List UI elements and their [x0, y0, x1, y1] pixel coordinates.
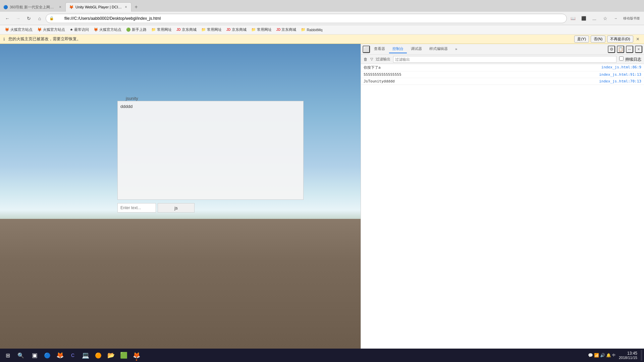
taskbar-start: ⊞ 🔍 — [2, 349, 27, 361]
info-dismiss-button[interactable]: 不再提示(D) — [607, 36, 633, 43]
bookmark-huhu2[interactable]: 🦊 火狐官方站点 — [35, 26, 67, 33]
bookmark-jd1-icon: JD — [176, 28, 181, 32]
forward-button[interactable]: → — [13, 14, 23, 23]
console-row-0: 你按下了a index_js.html:86:9 — [361, 64, 644, 71]
taskview-icon: ▣ — [32, 352, 38, 359]
taskbar-app-360[interactable]: 🔵 — [41, 349, 53, 361]
tab-unity-favicon: 🦊 — [69, 5, 74, 9]
new-tab-button[interactable]: + — [131, 2, 141, 12]
taskbar-app-files[interactable]: 📂 — [105, 349, 117, 361]
devtools-tab-inspector[interactable]: 查看器 — [371, 45, 388, 53]
taskbar-app-green[interactable]: 🟩 — [118, 349, 130, 361]
sound-icon[interactable]: 🔊 — [600, 353, 605, 358]
bookmark-common2-icon: 📁 — [201, 27, 206, 32]
hold-log-checkbox[interactable] — [619, 56, 624, 61]
console-message-2: JsTounityddddd — [364, 79, 599, 83]
notification-icon[interactable]: 🔔 — [606, 353, 611, 358]
address-bar[interactable]: 🔒 — [46, 14, 567, 23]
taskbar-app-orange[interactable]: 🟠 — [92, 349, 104, 361]
console-content: 你按下了a index_js.html:86:9 555555555555555… — [361, 64, 644, 353]
address-bar-right: 📖 ⬛ ... ☆ ↔ 移动版书签 — [568, 14, 641, 23]
devtools-dock-icon[interactable]: ↔ — [626, 46, 633, 53]
tab-360-close[interactable]: × — [58, 5, 62, 9]
taskbar-clock[interactable]: 13:45 2018/11/15 — [617, 351, 639, 360]
nav-bar: ← → ↻ ⌂ 🔒 📖 ⬛ ... ☆ ↔ 移动版书签 — [0, 12, 644, 25]
network-icon[interactable]: 📶 — [594, 353, 599, 358]
devtools-icons: ⚙ 📋 ↔ × — [608, 46, 642, 53]
bookmark-common1[interactable]: 📁 常用网址 — [149, 26, 174, 33]
bookmark-huhu3-label: 火狐官方站点 — [99, 27, 121, 32]
tab-360[interactable]: 🔵 360导航 新一代安全上网导航 × — [0, 2, 65, 12]
devtools-pick-element[interactable]: ⬜ — [363, 46, 370, 53]
devtools-tab-debugger[interactable]: 调试器 — [408, 45, 425, 53]
devtools-clipboard-icon[interactable]: 📋 — [617, 46, 624, 53]
devtools-settings-icon[interactable]: ⚙ — [608, 46, 615, 53]
bookmark-huhu3[interactable]: 🦊 火狐官方站点 — [92, 26, 123, 33]
console-source-2[interactable]: index_js.html:70:13 — [599, 79, 641, 83]
bookmark-jd1[interactable]: JD 京东商城 — [174, 26, 199, 33]
unity-text-input[interactable] — [117, 203, 156, 213]
bookmark-most-visited[interactable]: ★ 最常访问 — [68, 26, 91, 33]
info-bar-buttons: 是(Y) 否(N) 不再提示(D) × — [574, 36, 641, 43]
console-clear-icon[interactable]: 🗑 — [364, 57, 368, 62]
info-close-button[interactable]: × — [635, 36, 641, 43]
input-icon[interactable]: 中 — [612, 353, 615, 358]
console-source-0[interactable]: index_js.html:86:9 — [601, 65, 641, 69]
bookmark-jd2-icon: JD — [226, 28, 231, 32]
bookmark-rabbitmq[interactable]: 📁 RabbitMq — [299, 27, 324, 33]
mobile-bookmarks-button[interactable]: 移动版书签 — [622, 14, 641, 23]
bookmark-common2-label: 常用网址 — [207, 27, 222, 32]
taskbar-app-firefox2[interactable]: 🦊 — [130, 349, 143, 361]
devtools-tab-style-editor[interactable]: 样式编辑器 — [426, 45, 451, 53]
taskbar-app-cmd[interactable]: C — [67, 349, 79, 361]
bookmark-common3[interactable]: 📁 常用网址 — [249, 26, 274, 33]
browser-window: 🔵 360导航 新一代安全上网导航 × 🦊 Unity WebGL Player… — [0, 0, 644, 362]
wechat-icon[interactable]: 💬 — [588, 353, 593, 358]
bookmark-common2[interactable]: 📁 常用网址 — [199, 26, 224, 33]
console-filter-input[interactable] — [393, 56, 616, 63]
cmd-icon: C — [71, 353, 74, 358]
devtools-close-icon[interactable]: × — [635, 46, 642, 53]
start-button[interactable]: ⊞ — [2, 349, 14, 361]
devtools-toolbar: ⬜ 查看器 控制台 调试器 样式编辑器 » ⚙ 📋 ↔ × — [361, 44, 644, 55]
console-message-0: 你按下了a — [364, 65, 601, 70]
home-button[interactable]: ⌂ — [35, 14, 44, 23]
taskbar-date: 2018/11/15 — [619, 356, 637, 360]
reader-mode-button[interactable]: 📖 — [568, 14, 578, 23]
devtools-tab-console[interactable]: 控制台 — [389, 45, 407, 53]
reader-view-button[interactable]: ⬛ — [579, 14, 588, 23]
hold-log-label: 持续日志 — [619, 56, 641, 62]
unity-controls: js — [117, 203, 195, 213]
taskbar-app-firefox[interactable]: 🦊 — [54, 349, 66, 361]
firefox2-icon: 🦊 — [133, 352, 140, 359]
bookmark-jd2[interactable]: JD 京东商城 — [224, 26, 249, 33]
console-source-1[interactable]: index_js.html:91:13 — [599, 72, 641, 77]
unity-text-content: ddddd — [118, 101, 303, 112]
bookmark-huhu2-label: 火狐官方站点 — [43, 27, 65, 32]
unity-js-button[interactable]: js — [158, 203, 195, 213]
bookmark-huhu1[interactable]: 🦊 火狐官方站点 — [3, 26, 35, 33]
tab-unity[interactable]: 🦊 Unity WebGL Player | DCIM_PRO... × — [65, 2, 131, 12]
info-yes-button[interactable]: 是(Y) — [574, 36, 589, 43]
show-desktop-button[interactable] — [641, 350, 642, 361]
taskbar-app-taskview[interactable]: ▣ — [29, 349, 41, 361]
info-icon: ℹ — [3, 37, 5, 42]
search-button[interactable]: 🔍 — [15, 349, 27, 361]
bookmark-rabbitmq-label: RabbitMq — [307, 28, 322, 32]
address-input[interactable] — [56, 16, 556, 21]
refresh-button[interactable]: ↻ — [24, 14, 34, 23]
bookmarks-bar: 🦊 火狐官方站点 🦊 火狐官方站点 ★ 最常访问 🦊 火狐官方站点 🟢 新手上路… — [0, 25, 644, 35]
bookmark-button[interactable]: ☆ — [600, 14, 610, 23]
options-button[interactable]: ... — [590, 14, 599, 23]
taskbar-app-vs[interactable]: 💻 — [79, 349, 92, 361]
tab-unity-close[interactable]: × — [124, 5, 128, 9]
bookmark-newbie[interactable]: 🟢 新手上路 — [124, 26, 149, 33]
back-button[interactable]: ← — [3, 14, 12, 23]
console-row-2: JsTounityddddd index_js.html:70:13 — [361, 78, 644, 85]
zoom-button[interactable]: ↔ — [611, 14, 621, 23]
devtools-tab-more[interactable]: » — [452, 46, 461, 53]
bookmark-jd3[interactable]: JD 京东商城 — [274, 26, 299, 33]
bookmark-jd3-label: 京东商城 — [281, 27, 296, 32]
address-lock-icon: 🔒 — [49, 16, 54, 20]
info-no-button[interactable]: 否(N) — [591, 36, 605, 43]
